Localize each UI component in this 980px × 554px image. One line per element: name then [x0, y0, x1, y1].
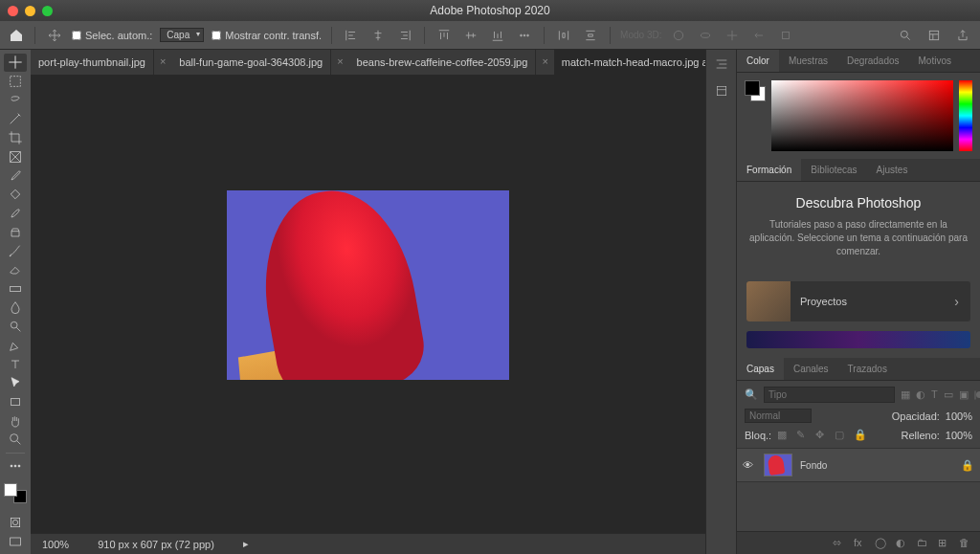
canvas-area[interactable]: [31, 75, 705, 533]
filter-type-icon[interactable]: T: [931, 388, 938, 402]
marquee-tool[interactable]: [4, 73, 27, 91]
lock-artboard-icon[interactable]: ▢: [835, 429, 848, 442]
align-center-h-icon[interactable]: [368, 26, 388, 45]
foreground-background-swatch[interactable]: [4, 483, 27, 502]
opacity-value[interactable]: 100%: [946, 410, 972, 422]
document-tab[interactable]: beans-brew-caffeine-coffee-2059.jpg: [349, 50, 537, 75]
move-tool-icon[interactable]: [45, 26, 64, 45]
close-window-button[interactable]: [8, 6, 18, 16]
filter-toggle[interactable]: [974, 390, 976, 400]
lock-image-icon[interactable]: ✎: [796, 429, 810, 442]
panel-tab-libraries[interactable]: Bibliotecas: [801, 159, 866, 181]
blur-tool[interactable]: [4, 299, 27, 317]
home-button[interactable]: [8, 27, 25, 44]
layer-fx-icon[interactable]: fx: [854, 537, 867, 550]
layer-filter-input[interactable]: [764, 387, 895, 403]
distribute-h-icon[interactable]: [554, 26, 573, 45]
auto-select-target-dropdown[interactable]: Capa: [160, 28, 204, 42]
eyedropper-tool[interactable]: [4, 166, 27, 185]
layer-mask-icon[interactable]: ◯: [875, 537, 888, 550]
panel-tab-patterns[interactable]: Motivos: [909, 50, 961, 72]
panel-tab-paths[interactable]: Trazados: [838, 358, 897, 380]
document-tab[interactable]: port-play-thumbnail.jpg: [31, 50, 154, 75]
pen-tool[interactable]: [4, 337, 27, 355]
delete-layer-icon[interactable]: 🗑: [959, 537, 972, 550]
distribute-v-icon[interactable]: [581, 26, 600, 45]
lock-position-icon[interactable]: ✥: [815, 429, 829, 442]
panel-tab-swatches[interactable]: Muestras: [779, 50, 837, 72]
hand-tool[interactable]: [4, 411, 27, 430]
path-selection-tool[interactable]: [4, 374, 27, 392]
panel-tab-color[interactable]: Color: [737, 50, 779, 72]
tab-close-button[interactable]: ×: [331, 50, 348, 75]
document-info[interactable]: 910 px x 607 px (72 ppp): [98, 539, 214, 550]
move-tool[interactable]: [4, 54, 27, 72]
edit-toolbar-button[interactable]: [4, 457, 27, 476]
fill-value[interactable]: 100%: [946, 430, 972, 441]
panel-tab-gradients[interactable]: Degradados: [837, 50, 908, 72]
brush-tool[interactable]: [4, 205, 27, 223]
crop-tool[interactable]: [4, 129, 27, 147]
filter-smart-icon[interactable]: ▣: [959, 388, 969, 402]
auto-select-checkbox[interactable]: Selec. autom.:: [72, 30, 152, 41]
maximize-window-button[interactable]: [42, 6, 53, 16]
learn-row-next[interactable]: [746, 331, 970, 348]
layer-thumbnail[interactable]: [764, 454, 792, 476]
clone-stamp-tool[interactable]: [4, 223, 27, 241]
eraser-tool[interactable]: [4, 261, 27, 279]
blend-mode-dropdown[interactable]: Normal: [745, 409, 812, 423]
minimize-window-button[interactable]: [25, 6, 35, 16]
link-layers-icon[interactable]: ⬄: [833, 537, 846, 550]
zoom-level[interactable]: 100%: [42, 539, 69, 550]
new-layer-icon[interactable]: ⊞: [938, 537, 951, 550]
panel-tab-channels[interactable]: Canales: [784, 358, 838, 380]
panel-tab-layers[interactable]: Capas: [737, 358, 784, 380]
align-middle-v-icon[interactable]: [461, 26, 480, 45]
magic-wand-tool[interactable]: [4, 110, 27, 128]
frame-tool[interactable]: [4, 148, 27, 166]
screen-mode-button[interactable]: [4, 532, 27, 550]
rectangle-tool[interactable]: [4, 393, 27, 411]
panel-tab-adjustments[interactable]: Ajustes: [867, 159, 918, 181]
align-more-icon[interactable]: [515, 26, 534, 45]
hue-slider[interactable]: [959, 80, 972, 151]
type-tool[interactable]: [4, 355, 27, 373]
show-transform-checkbox[interactable]: Mostrar contr. transf.: [212, 30, 322, 41]
adjustment-layer-icon[interactable]: ◐: [896, 537, 909, 550]
lock-all-icon[interactable]: 🔒: [854, 429, 867, 442]
align-right-icon[interactable]: [395, 26, 414, 45]
learn-row-projects[interactable]: Proyectos ›: [746, 281, 970, 321]
lasso-tool[interactable]: [4, 91, 27, 109]
workspace-icon[interactable]: [924, 26, 944, 45]
tab-close-button[interactable]: ×: [154, 50, 171, 75]
filter-shape-icon[interactable]: ▭: [944, 388, 953, 402]
color-panel-swatch[interactable]: [745, 80, 766, 101]
healing-brush-tool[interactable]: [4, 186, 27, 204]
filter-adjust-icon[interactable]: ◐: [916, 388, 925, 402]
align-bottom-icon[interactable]: [488, 26, 507, 45]
status-arrow[interactable]: ▸: [243, 538, 249, 550]
history-brush-tool[interactable]: [4, 242, 27, 260]
quick-mask-button[interactable]: [4, 514, 27, 532]
document-tab[interactable]: ball-fun-game-goal-364308.jpg: [171, 50, 331, 75]
tab-close-button[interactable]: ×: [536, 50, 553, 75]
zoom-tool[interactable]: [4, 431, 27, 449]
gradient-tool[interactable]: [4, 279, 27, 298]
layer-row[interactable]: 👁 Fondo 🔒: [737, 449, 980, 482]
properties-panel-icon[interactable]: [713, 82, 730, 100]
document-tab-active[interactable]: match-match-head-macro.jpg al 100% (RGB/…: [554, 50, 705, 75]
panel-tab-learn[interactable]: Formación: [737, 159, 801, 181]
search-icon[interactable]: [896, 26, 915, 45]
filter-image-icon[interactable]: ▦: [901, 388, 910, 402]
layer-lock-icon[interactable]: 🔒: [961, 459, 974, 472]
document-canvas[interactable]: [227, 190, 509, 380]
align-top-icon[interactable]: [434, 26, 454, 45]
history-panel-icon[interactable]: [713, 55, 730, 73]
dodge-tool[interactable]: [4, 318, 27, 336]
align-left-icon[interactable]: [342, 26, 361, 45]
color-field[interactable]: [771, 80, 953, 151]
layer-visibility-icon[interactable]: 👁: [743, 459, 756, 471]
share-icon[interactable]: [953, 26, 972, 45]
lock-transparency-icon[interactable]: ▩: [777, 429, 791, 442]
layer-group-icon[interactable]: 🗀: [917, 537, 930, 550]
